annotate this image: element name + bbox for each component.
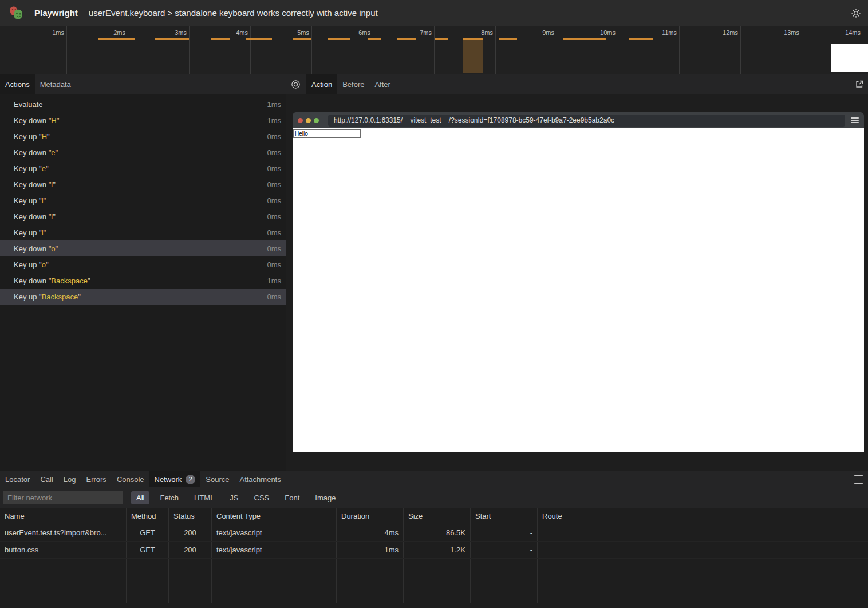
split-columns-icon[interactable] — [854, 475, 863, 484]
action-key-value: Backspace — [51, 277, 88, 285]
tab-after[interactable]: After — [369, 74, 395, 94]
actions-panel: ActionsMetadata Evaluate1msKey down "H"1… — [0, 74, 286, 471]
tab-label: Log — [64, 475, 76, 484]
column-header-size[interactable]: Size — [404, 508, 471, 524]
network-table-header: NameMethodStatusContent TypeDurationSize… — [0, 508, 868, 524]
column-header-route[interactable]: Route — [538, 508, 868, 524]
filter-chip-fetch[interactable]: Fetch — [155, 491, 184, 504]
network-count-badge: 2 — [186, 475, 195, 484]
action-title: Key up "l" — [14, 196, 46, 205]
tab-action[interactable]: Action — [306, 74, 337, 94]
network-toolbar: AllFetchHTMLJSCSSFontImage — [0, 487, 868, 508]
action-key-value: l — [42, 228, 44, 237]
network-request-row[interactable]: userEvent.test.ts?import&bro...GET200tex… — [0, 524, 868, 542]
filter-chip-html[interactable]: HTML — [189, 491, 219, 504]
timeline-tick-label: 4ms — [214, 29, 248, 36]
tab-attachments[interactable]: Attachments — [234, 471, 286, 487]
timeline-gridline — [311, 26, 312, 74]
action-list-item[interactable]: Key up "e"0ms — [0, 160, 286, 176]
details-panel: LocatorCallLogErrorsConsoleNetwork2Sourc… — [0, 471, 868, 608]
timeline-tick-label: 13ms — [765, 29, 799, 36]
timeline-gridline — [128, 26, 128, 74]
tab-actions[interactable]: Actions — [0, 74, 35, 94]
action-title: Key up "e" — [14, 164, 49, 173]
action-key-value: o — [42, 260, 46, 269]
target-icon[interactable] — [291, 80, 301, 89]
tab-label: Attachments — [239, 475, 281, 484]
action-list-item[interactable]: Key down "l"0ms — [0, 176, 286, 192]
action-list-item[interactable]: Key down "Backspace"1ms — [0, 273, 286, 289]
timeline-gridline — [679, 26, 680, 74]
action-key-value: l — [51, 212, 53, 221]
cell-content-type: text/javascript — [212, 524, 337, 541]
network-request-row[interactable]: button.cssGET200text/javascript1ms1.2K- — [0, 542, 868, 559]
action-list-item[interactable]: Key up "Backspace"0ms — [0, 289, 286, 305]
column-header-start[interactable]: Start — [471, 508, 538, 524]
external-link-icon[interactable] — [855, 80, 863, 88]
timeline-film-strip-thumbnail — [831, 44, 868, 72]
action-list-item[interactable]: Key up "l"0ms — [0, 192, 286, 208]
timeline-tick-label: 5ms — [275, 29, 309, 36]
filter-chip-font[interactable]: Font — [279, 491, 305, 504]
action-list-item[interactable]: Key up "o"0ms — [0, 256, 286, 273]
action-list-item[interactable]: Key down "l"0ms — [0, 208, 286, 224]
action-list-item[interactable]: Key down "H"1ms — [0, 112, 286, 128]
timeline-strip[interactable]: 1ms2ms3ms4ms5ms6ms7ms8ms9ms10ms11ms12ms1… — [0, 26, 868, 74]
action-duration: 0ms — [267, 244, 281, 253]
column-header-method[interactable]: Method — [127, 508, 169, 524]
tab-label: Console — [117, 475, 144, 484]
tab-before[interactable]: Before — [337, 74, 369, 94]
timeline-tick-label: 14ms — [826, 29, 861, 36]
tab-locator[interactable]: Locator — [0, 471, 35, 487]
tab-source[interactable]: Source — [200, 471, 234, 487]
action-title: Key down "H" — [14, 116, 59, 125]
network-table-filler — [0, 559, 868, 603]
timeline-gridline — [373, 26, 373, 74]
timeline-selected-action-bar — [463, 38, 483, 73]
filter-chip-all[interactable]: All — [131, 491, 149, 504]
filter-chip-image[interactable]: Image — [310, 491, 341, 504]
tab-network[interactable]: Network2 — [149, 471, 201, 487]
tab-console[interactable]: Console — [112, 471, 149, 487]
column-header-name[interactable]: Name — [0, 508, 127, 524]
action-list-item[interactable]: Key up "H"0ms — [0, 128, 286, 144]
action-title: Key up "l" — [14, 228, 46, 237]
tab-metadata[interactable]: Metadata — [35, 74, 76, 94]
action-list: Evaluate1msKey down "H"1msKey up "H"0msK… — [0, 96, 286, 305]
action-list-item[interactable]: Key down "e"0ms — [0, 144, 286, 160]
timeline-gridline — [434, 26, 435, 74]
timeline-action-bar — [368, 38, 381, 40]
tab-log[interactable]: Log — [58, 471, 81, 487]
filter-chip-js[interactable]: JS — [224, 491, 243, 504]
column-header-content-type[interactable]: Content Type — [212, 508, 337, 524]
timeline-tick-label: 6ms — [336, 29, 370, 36]
action-duration: 0ms — [267, 260, 281, 269]
action-duration: 1ms — [267, 100, 281, 109]
timeline-tick-label: 1ms — [30, 29, 64, 36]
tab-errors[interactable]: Errors — [81, 471, 111, 487]
action-list-item[interactable]: Key up "l"0ms — [0, 224, 286, 240]
details-tabbar: LocatorCallLogErrorsConsoleNetwork2Sourc… — [0, 471, 868, 487]
column-header-duration[interactable]: Duration — [337, 508, 404, 524]
filler-cell — [169, 559, 212, 603]
cell-content-type: text/javascript — [212, 542, 337, 558]
column-header-status[interactable]: Status — [169, 508, 212, 524]
cell-start: - — [471, 542, 538, 558]
action-title: Key down "Backspace" — [14, 277, 90, 285]
action-list-item[interactable]: Key down "o"0ms — [0, 240, 286, 256]
filter-chip-css[interactable]: CSS — [249, 491, 275, 504]
timeline-tick-label: 12ms — [704, 29, 738, 36]
action-title: Key down "o" — [14, 244, 58, 253]
network-filter-input[interactable] — [3, 491, 123, 504]
action-duration: 0ms — [267, 132, 281, 141]
playwright-trace-viewer: Playwright userEvent.keyboard > standalo… — [0, 0, 868, 608]
cell-route — [538, 542, 868, 558]
settings-gear-icon[interactable] — [850, 7, 862, 19]
tab-call[interactable]: Call — [35, 471, 58, 487]
action-list-item[interactable]: Evaluate1ms — [0, 96, 286, 112]
traffic-light-green-icon — [314, 118, 319, 123]
traffic-light-yellow-icon — [306, 118, 311, 123]
timeline-tick-label: 7ms — [397, 29, 432, 36]
action-key-value: H — [42, 132, 47, 141]
cell-method: GET — [127, 542, 169, 558]
